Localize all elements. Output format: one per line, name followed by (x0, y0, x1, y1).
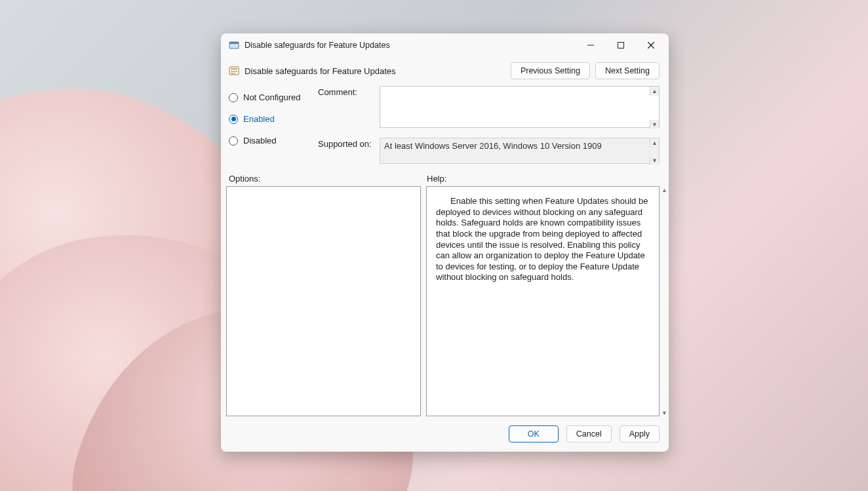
next-setting-button[interactable]: Next Setting (595, 62, 660, 79)
radio-icon (229, 136, 238, 146)
close-button[interactable] (636, 35, 666, 55)
dialog-footer: OK Cancel Apply (221, 416, 669, 452)
radio-enabled[interactable]: Enabled (229, 114, 306, 124)
svg-rect-7 (231, 68, 237, 69)
radio-label: Disabled (243, 136, 277, 146)
desktop-background: Disable safeguards for Feature Updates D… (0, 0, 868, 491)
radio-label: Not Configured (243, 92, 300, 102)
radio-label: Enabled (243, 114, 275, 124)
options-panel (226, 186, 421, 416)
svg-rect-3 (618, 43, 624, 49)
maximize-button[interactable] (606, 35, 636, 55)
radio-icon (229, 93, 238, 102)
scroll-up-icon[interactable]: ▲ (650, 138, 659, 147)
policy-dialog-window: Disable safeguards for Feature Updates D… (221, 33, 669, 452)
help-panel: Enable this setting when Feature Updates… (426, 186, 660, 416)
titlebar[interactable]: Disable safeguards for Feature Updates (221, 33, 669, 57)
previous-setting-button[interactable]: Previous Setting (511, 62, 590, 79)
scroll-up-icon[interactable]: ▲ (661, 186, 668, 193)
policy-window-icon (229, 40, 239, 50)
ok-button[interactable]: OK (509, 425, 559, 442)
minimize-button[interactable] (576, 35, 606, 55)
minimize-icon (587, 42, 594, 49)
help-text: Enable this setting when Feature Updates… (436, 196, 650, 283)
svg-rect-9 (231, 73, 235, 74)
scroll-up-icon[interactable]: ▲ (650, 87, 659, 96)
apply-button[interactable]: Apply (620, 425, 660, 442)
supported-on-label: Supported on: (318, 138, 376, 149)
scroll-down-icon[interactable]: ▼ (650, 120, 659, 129)
radio-disabled[interactable]: Disabled (229, 136, 306, 146)
radio-icon (229, 115, 238, 124)
policy-title: Disable safeguards for Feature Updates (245, 66, 396, 76)
help-label: Help: (427, 174, 446, 184)
comment-label: Comment: (318, 86, 376, 97)
policy-header: Disable safeguards for Feature Updates P… (221, 57, 669, 83)
radio-not-configured[interactable]: Not Configured (229, 92, 306, 102)
supported-on-textarea (380, 138, 660, 164)
policy-item-icon (229, 66, 239, 76)
state-radio-group: Not Configured Enabled Disabled (229, 86, 306, 166)
scroll-down-icon[interactable]: ▼ (650, 156, 659, 165)
maximize-icon (618, 42, 624, 49)
options-label: Options: (229, 174, 427, 184)
window-title: Disable safeguards for Feature Updates (245, 41, 390, 50)
svg-rect-8 (231, 71, 237, 72)
comment-textarea[interactable] (380, 86, 660, 128)
scroll-down-icon[interactable]: ▼ (661, 409, 668, 416)
cancel-button[interactable]: Cancel (566, 425, 612, 442)
close-icon (648, 42, 654, 49)
svg-rect-1 (229, 42, 239, 44)
